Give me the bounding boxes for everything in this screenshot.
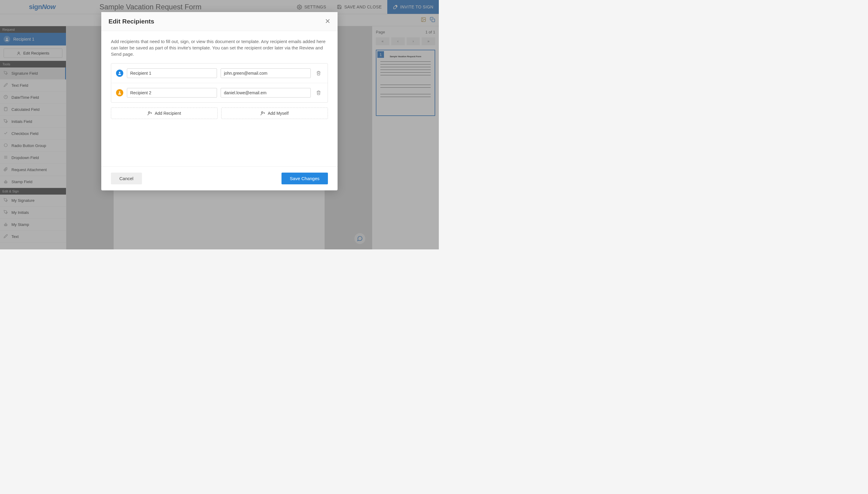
add-recipient-button[interactable]: Add Recipient <box>111 108 218 119</box>
person-icon <box>116 70 123 77</box>
person-plus-icon <box>147 111 152 116</box>
modal-title: Edit Recipients <box>109 18 154 25</box>
svg-point-18 <box>149 112 150 113</box>
person-plus-icon <box>260 111 265 116</box>
svg-point-21 <box>262 112 263 113</box>
recipient-row <box>111 83 328 102</box>
cancel-button[interactable]: Cancel <box>111 173 142 184</box>
delete-recipient-button[interactable] <box>314 71 323 76</box>
add-myself-label: Add Myself <box>267 111 289 116</box>
person-icon <box>116 89 123 96</box>
add-recipient-label: Add Recipient <box>154 111 181 116</box>
modal-description: Add recipients that need to fill out, si… <box>111 38 328 57</box>
recipient-email-input[interactable] <box>221 69 311 78</box>
recipient-name-input[interactable] <box>127 69 217 78</box>
recipient-name-input[interactable] <box>127 88 217 98</box>
recipient-email-input[interactable] <box>221 88 311 98</box>
close-icon[interactable]: ✕ <box>325 17 330 25</box>
recipients-list <box>111 63 328 103</box>
recipient-row <box>111 63 328 83</box>
modal-overlay: Edit Recipients ✕ Add recipients that ne… <box>0 0 439 249</box>
svg-point-17 <box>119 91 121 93</box>
svg-point-16 <box>119 72 121 73</box>
add-myself-button[interactable]: Add Myself <box>221 108 328 119</box>
edit-recipients-modal: Edit Recipients ✕ Add recipients that ne… <box>101 12 337 190</box>
save-changes-button[interactable]: Save Changes <box>281 173 328 184</box>
delete-recipient-button[interactable] <box>314 90 323 95</box>
